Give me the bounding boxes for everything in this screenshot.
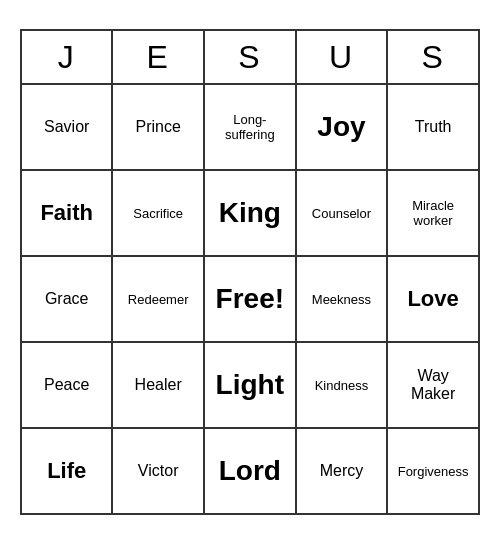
bingo-cell-r4-c4: Forgiveness [387,428,479,514]
table-row: PeaceHealerLightKindnessWayMaker [21,342,479,428]
bingo-cell-r0-c3: Joy [296,84,388,170]
bingo-cell-r1-c2: King [204,170,296,256]
table-row: SaviorPrinceLong-sufferingJoyTruth [21,84,479,170]
bingo-cell-r2-c3: Meekness [296,256,388,342]
bingo-cell-r3-c2: Light [204,342,296,428]
table-row: GraceRedeemerFree!MeeknessLove [21,256,479,342]
bingo-cell-r1-c0: Faith [21,170,112,256]
bingo-cell-r1-c4: Miracleworker [387,170,479,256]
bingo-cell-r4-c0: Life [21,428,112,514]
bingo-cell-r0-c0: Savior [21,84,112,170]
column-header-s: S [387,30,479,84]
bingo-cell-r4-c3: Mercy [296,428,388,514]
bingo-cell-r1-c3: Counselor [296,170,388,256]
column-header-e: E [112,30,204,84]
bingo-cell-r4-c1: Victor [112,428,204,514]
column-header-j: J [21,30,112,84]
bingo-cell-r3-c3: Kindness [296,342,388,428]
bingo-cell-r2-c1: Redeemer [112,256,204,342]
bingo-cell-r0-c1: Prince [112,84,204,170]
bingo-cell-r0-c4: Truth [387,84,479,170]
table-row: LifeVictorLordMercyForgiveness [21,428,479,514]
bingo-cell-r4-c2: Lord [204,428,296,514]
column-header-u: U [296,30,388,84]
bingo-cell-r2-c0: Grace [21,256,112,342]
bingo-cell-r1-c1: Sacrifice [112,170,204,256]
bingo-cell-r2-c4: Love [387,256,479,342]
bingo-cell-r3-c0: Peace [21,342,112,428]
table-row: FaithSacrificeKingCounselorMiracleworker [21,170,479,256]
bingo-cell-r0-c2: Long-suffering [204,84,296,170]
column-header-s: S [204,30,296,84]
bingo-cell-r3-c1: Healer [112,342,204,428]
bingo-cell-r3-c4: WayMaker [387,342,479,428]
bingo-table: JESUS SaviorPrinceLong-sufferingJoyTruth… [20,29,480,515]
bingo-cell-r2-c2: Free! [204,256,296,342]
